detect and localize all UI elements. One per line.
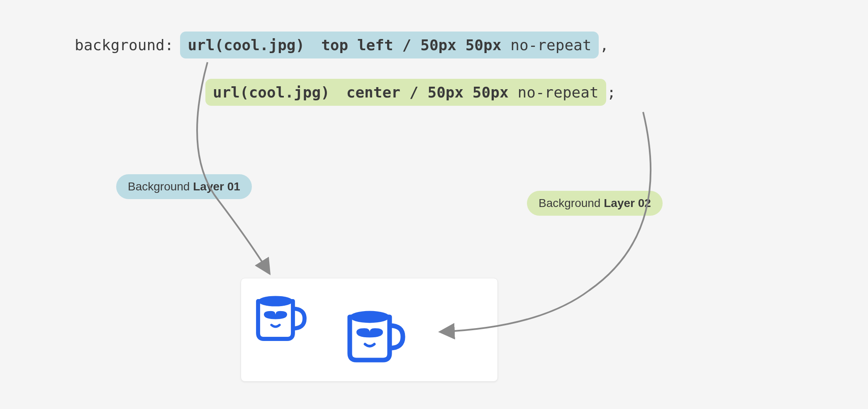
layer-1-position: top left: [321, 37, 393, 54]
mug-icon: [249, 287, 307, 345]
layer-2-position: center: [346, 84, 400, 101]
layer-2-code: url(cool.jpg) center / 50px 50px no-repe…: [205, 79, 606, 106]
layer-1-label: Background Layer 01: [116, 174, 252, 199]
layer-1-label-strong: Layer 01: [193, 180, 240, 193]
layer-2-repeat: no-repeat: [518, 84, 599, 101]
code-line-1: background: url(cool.jpg) top left / 50p…: [75, 32, 609, 58]
layer-2-trailing: ;: [607, 84, 616, 101]
layer-1-code: url(cool.jpg) top left / 50px 50px no-re…: [180, 32, 599, 58]
mug-icon: [340, 300, 406, 367]
layer-2-slash: /: [410, 84, 419, 101]
layer-1-label-light: Background: [128, 180, 193, 193]
layer-2-label-light: Background: [539, 197, 604, 209]
layer-1-trailing: ,: [600, 37, 609, 54]
layer-2-url: url(cool.jpg): [213, 84, 330, 101]
css-property: background:: [75, 37, 173, 54]
layer-1-repeat: no-repeat: [510, 37, 591, 54]
layer-1-url: url(cool.jpg): [188, 37, 305, 54]
code-line-2: url(cool.jpg) center / 50px 50px no-repe…: [205, 79, 616, 106]
layer-2-size: 50px 50px: [428, 84, 509, 101]
preview-box: [241, 278, 498, 382]
layer-1-size: 50px 50px: [420, 37, 501, 54]
layer-2-label: Background Layer 02: [527, 191, 663, 216]
svg-point-1: [350, 311, 390, 323]
layer-2-label-strong: Layer 02: [604, 197, 651, 209]
svg-point-0: [258, 296, 293, 306]
layer-1-slash: /: [402, 37, 412, 54]
